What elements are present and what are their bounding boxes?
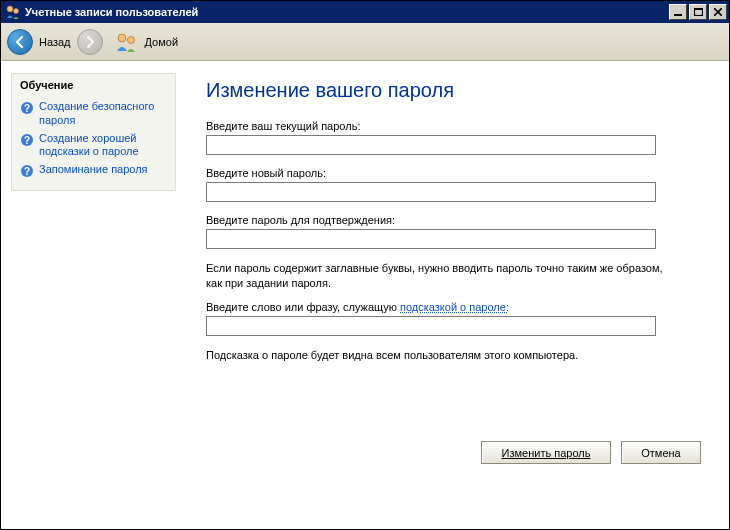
- svg-text:?: ?: [24, 103, 30, 114]
- content-area: Обучение ? Создание безопасного пароля ?…: [1, 61, 729, 529]
- sidebar: Обучение ? Создание безопасного пароля ?…: [1, 61, 186, 529]
- help-icon: ?: [20, 164, 34, 178]
- hint-info-text: Подсказка о пароле будет видна всем поль…: [206, 348, 666, 363]
- svg-rect-2: [674, 14, 682, 16]
- app-icon: [5, 4, 21, 20]
- window-controls: [667, 4, 727, 20]
- sidebar-panel: Обучение ? Создание безопасного пароля ?…: [11, 73, 176, 191]
- svg-point-0: [7, 6, 13, 12]
- sidebar-item-label[interactable]: Создание безопасного пароля: [39, 100, 167, 128]
- close-button[interactable]: [709, 4, 727, 20]
- password-hint-link[interactable]: подсказкой о пароле:: [400, 301, 509, 313]
- hint-label-prefix: Введите слово или фразу, служащую: [206, 301, 400, 313]
- cancel-button[interactable]: Отмена: [621, 441, 701, 464]
- window-title: Учетные записи пользователей: [25, 6, 667, 18]
- svg-text:?: ?: [24, 166, 30, 177]
- back-button[interactable]: [7, 29, 33, 55]
- sidebar-item-safe-password[interactable]: ? Создание безопасного пароля: [20, 98, 167, 130]
- forward-button: [77, 29, 103, 55]
- new-password-label: Введите новый пароль:: [206, 167, 701, 179]
- help-icon: ?: [20, 101, 34, 115]
- svg-text:?: ?: [24, 134, 30, 145]
- page-title: Изменение вашего пароля: [206, 79, 701, 102]
- confirm-password-input[interactable]: [206, 229, 656, 249]
- sidebar-item-label[interactable]: Создание хорошей подсказки о пароле: [39, 132, 167, 160]
- main-panel: Изменение вашего пароля Введите ваш теку…: [186, 61, 729, 529]
- hint-label: Введите слово или фразу, служащую подска…: [206, 301, 701, 313]
- home-label[interactable]: Домой: [145, 36, 179, 48]
- sidebar-item-remember-password[interactable]: ? Запоминание пароля: [20, 161, 167, 180]
- help-icon: ?: [20, 133, 34, 147]
- titlebar: Учетные записи пользователей: [1, 1, 729, 23]
- maximize-button[interactable]: [689, 4, 707, 20]
- confirm-password-label: Введите пароль для подтверждения:: [206, 214, 701, 226]
- sidebar-item-good-hint[interactable]: ? Создание хорошей подсказки о пароле: [20, 130, 167, 162]
- svg-point-1: [14, 9, 19, 14]
- button-row: Изменить пароль Отмена: [481, 441, 701, 464]
- change-password-button[interactable]: Изменить пароль: [481, 441, 611, 464]
- back-label: Назад: [39, 36, 71, 48]
- svg-rect-4: [694, 8, 703, 10]
- caps-info-text: Если пароль содержит заглавные буквы, ну…: [206, 261, 666, 291]
- sidebar-header: Обучение: [12, 74, 175, 96]
- toolbar: Назад Домой: [1, 23, 729, 61]
- svg-point-7: [118, 34, 126, 42]
- current-password-input[interactable]: [206, 135, 656, 155]
- home-icon[interactable]: [115, 31, 139, 53]
- hint-input[interactable]: [206, 316, 656, 336]
- new-password-input[interactable]: [206, 182, 656, 202]
- current-password-label: Введите ваш текущий пароль:: [206, 120, 701, 132]
- svg-point-8: [127, 36, 134, 43]
- sidebar-item-label[interactable]: Запоминание пароля: [39, 163, 148, 177]
- minimize-button[interactable]: [669, 4, 687, 20]
